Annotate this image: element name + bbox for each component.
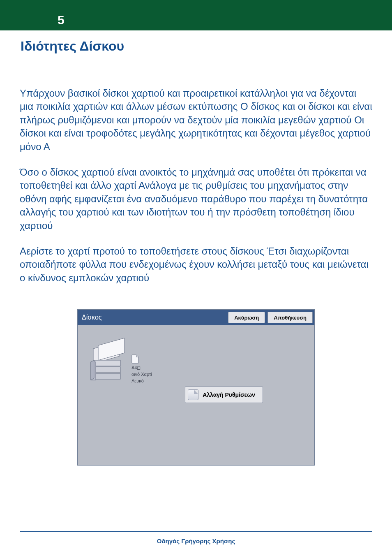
dialog-body: A4◻ οινό Χαρτί Λευκό Αλλαγή Ρυθμίσεων [78, 325, 314, 465]
tray-dialog: Δίσκος Ακύρωση Αποθήκευση A4◻ οινό Χαρτί [77, 309, 315, 466]
cancel-button[interactable]: Ακύρωση [228, 312, 265, 323]
paper-sheet-icon [131, 354, 139, 364]
svg-marker-6 [91, 360, 94, 380]
dialog-header: Δίσκος Ακύρωση Αποθήκευση [78, 310, 314, 325]
change-settings-label: Αλλαγή Ρυθμίσεων [203, 392, 255, 398]
settings-page-icon [188, 389, 198, 400]
save-button[interactable]: Αποθήκευση [267, 312, 313, 323]
header-bar: 5 [0, 10, 392, 30]
paragraph-3: Αερίστε το χαρτί προτού το τοποθετήσετε … [20, 245, 372, 285]
paragraph-2: Όσο ο δίσκος χαρτιού είναι ανοικτός το μ… [20, 166, 372, 232]
tray-color-label: Λευκό [131, 378, 152, 385]
body-text: Υπάρχουν βασικοί δίσκοι χαρτιού και προα… [20, 87, 372, 285]
top-stripe [0, 0, 392, 10]
svg-rect-3 [94, 367, 120, 373]
svg-rect-2 [94, 360, 120, 366]
page-number: 5 [58, 13, 65, 27]
paper-tray-icon [86, 337, 129, 387]
dialog-title: Δίσκος [82, 314, 226, 321]
footer-text: Οδηγός Γρήγορης Χρήσης [0, 537, 392, 544]
svg-rect-4 [94, 373, 120, 379]
tray-type-label: οινό Χαρτί [131, 371, 152, 378]
paragraph-1: Υπάρχουν βασικοί δίσκοι χαρτιού και προα… [20, 87, 372, 153]
page-title: Ιδιότητες Δίσκου [21, 39, 392, 54]
tray-labels: A4◻ οινό Χαρτί Λευκό [131, 354, 152, 385]
tray-size-label: A4◻ [131, 365, 152, 371]
footer-divider [20, 531, 372, 532]
dialog-right-area: Αλλαγή Ρυθμίσεων [185, 337, 306, 452]
change-settings-button[interactable]: Αλλαγή Ρυθμίσεων [185, 387, 263, 403]
tray-area: A4◻ οινό Χαρτί Λευκό [86, 337, 185, 452]
